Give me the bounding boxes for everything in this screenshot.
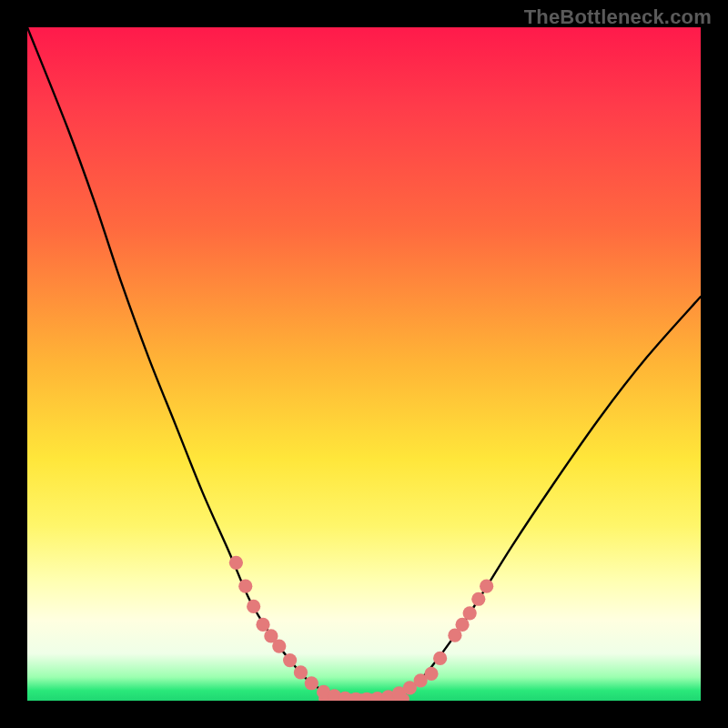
curve-marker <box>283 653 297 667</box>
watermark-text: TheBottleneck.com <box>524 5 712 29</box>
curve-marker <box>305 676 318 690</box>
curve-marker <box>247 600 260 613</box>
curve-marker <box>294 665 308 679</box>
chart-root: TheBottleneck.com <box>0 0 728 728</box>
bottleneck-curve <box>27 27 701 700</box>
curve-marker <box>272 639 286 652</box>
curve-marker <box>471 592 485 606</box>
curve-marker <box>463 606 477 620</box>
chart-svg <box>27 27 701 701</box>
curve-marker <box>229 556 243 570</box>
curve-marker <box>433 652 447 665</box>
plot-area <box>27 27 701 701</box>
curve-markers <box>229 556 493 701</box>
curve-marker <box>480 580 493 593</box>
curve-marker <box>238 580 252 593</box>
curve-marker <box>256 618 269 632</box>
curve-marker <box>424 667 438 681</box>
curve-marker <box>455 618 469 632</box>
